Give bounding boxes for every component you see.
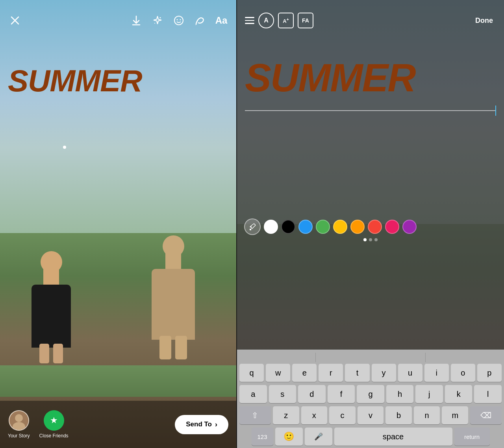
space-label: space [383,432,404,441]
font-fa-button[interactable]: FA [298,13,313,28]
photo-scene [0,200,236,397]
neck-2 [165,251,181,271]
color-green[interactable] [316,220,330,234]
key-m[interactable]: m [442,406,468,424]
key-k[interactable]: k [445,385,472,403]
key-t[interactable]: t [345,364,369,382]
font-a-plus-button[interactable]: A+ [278,13,294,28]
color-red[interactable] [368,220,382,234]
key-n[interactable]: n [414,406,440,424]
eyedropper-button[interactable] [244,218,261,235]
key-r[interactable]: r [319,364,343,382]
page-dot-2 [369,238,372,241]
emoji-key[interactable]: 🙂 [275,428,303,446]
color-picker [237,218,504,241]
backspace-key[interactable]: ⌫ [470,406,502,424]
key-w[interactable]: w [266,364,290,382]
key-h[interactable]: h [386,385,414,403]
key-e[interactable]: e [292,364,317,382]
svg-point-6 [177,19,178,20]
summer-text-right: SUMMER [241,55,500,100]
send-to-button[interactable]: Send To › [175,415,228,434]
decorative-dot [63,146,66,149]
story-editor-left: Aa SUMMER [0,0,236,448]
key-j[interactable]: j [415,385,443,403]
your-story-label: Your Story [8,433,30,439]
right-toolbar-icons: Aa [129,13,228,28]
draw-icon[interactable] [193,13,207,28]
sparkles-icon[interactable] [150,13,165,28]
key-d[interactable]: d [298,385,326,403]
keyboard-bottom-row: 123 🙂 🎤 space return [237,428,504,448]
close-friends-label: Close Friends [39,433,69,439]
done-button[interactable]: Done [472,15,496,26]
align-text-icon[interactable] [245,17,254,24]
svg-point-7 [180,19,181,20]
text-underline [245,110,496,111]
key-s[interactable]: s [269,385,296,403]
key-o[interactable]: o [451,364,475,382]
color-black[interactable] [281,220,295,234]
color-orange[interactable] [350,220,365,234]
key-x[interactable]: x [301,406,328,424]
key-i[interactable]: i [424,364,449,382]
key-p[interactable]: p [477,364,502,382]
keyboard-row-2: a s d f g h j k l [237,385,504,403]
your-story-option[interactable]: Your Story [8,410,30,439]
key-g[interactable]: g [357,385,384,403]
return-label: return [464,433,480,440]
keyboard-row-1: q w e r t y u i o p [237,364,504,382]
key-c[interactable]: c [329,406,356,424]
shift-key[interactable]: ⇧ [239,406,271,424]
key-q[interactable]: q [239,364,264,382]
close-friends-option[interactable]: Close Friends [39,410,69,439]
leg-1-right [53,344,63,363]
color-purple[interactable] [402,220,417,234]
key-v[interactable]: v [358,406,384,424]
text-icon[interactable]: Aa [214,13,228,28]
color-pink[interactable] [385,220,399,234]
text-cursor [495,106,496,116]
page-dot-3 [374,238,378,241]
face-icon[interactable] [172,13,186,28]
color-yellow[interactable] [333,220,347,234]
grass-ground [0,365,236,397]
key-l[interactable]: l [474,385,502,403]
key-divider-1 [315,353,316,362]
send-chevron-icon: › [215,420,217,429]
numbers-label: 123 [257,433,267,440]
download-icon[interactable] [129,13,143,28]
key-u[interactable]: u [398,364,422,382]
left-toolbar: Aa [0,0,236,31]
page-dot-1 [363,238,367,241]
numbers-key[interactable]: 123 [252,428,273,446]
font-fa-label: FA [302,17,309,24]
text-input-cursor-area[interactable] [245,110,496,111]
key-divider-2 [425,353,426,362]
key-b[interactable]: b [385,406,412,424]
key-y[interactable]: y [372,364,396,382]
keyboard: q w e r t y u i o p a s d f g h j k l ⇧ … [237,350,504,448]
bottom-send-bar: Your Story Close Friends Send To › [0,401,236,448]
leg-2-right [175,336,187,359]
color-blue[interactable] [298,220,313,234]
keyboard-divider-row [237,350,504,362]
mic-key[interactable]: 🎤 [305,428,332,446]
color-white[interactable] [264,220,278,234]
svg-point-4 [154,23,155,24]
keyboard-row-3: ⇧ z x c v b n m ⌫ [237,406,504,424]
summer-text-left: SUMMER [8,63,142,99]
color-row [241,218,500,235]
color-page-dots [241,238,500,241]
story-text-editor-right: A A+ FA Done SUMMER [237,0,504,448]
key-f[interactable]: f [328,385,355,403]
font-a-button[interactable]: A [258,13,274,28]
right-toolbar: A A+ FA Done [237,0,504,31]
key-z[interactable]: z [273,406,299,424]
text-style-buttons: A A+ FA [245,13,313,28]
space-key[interactable]: space [334,428,452,446]
key-a[interactable]: a [239,385,267,403]
close-button[interactable] [8,13,22,28]
font-a-plus-label: A+ [283,17,289,24]
return-key[interactable]: return [454,428,490,446]
